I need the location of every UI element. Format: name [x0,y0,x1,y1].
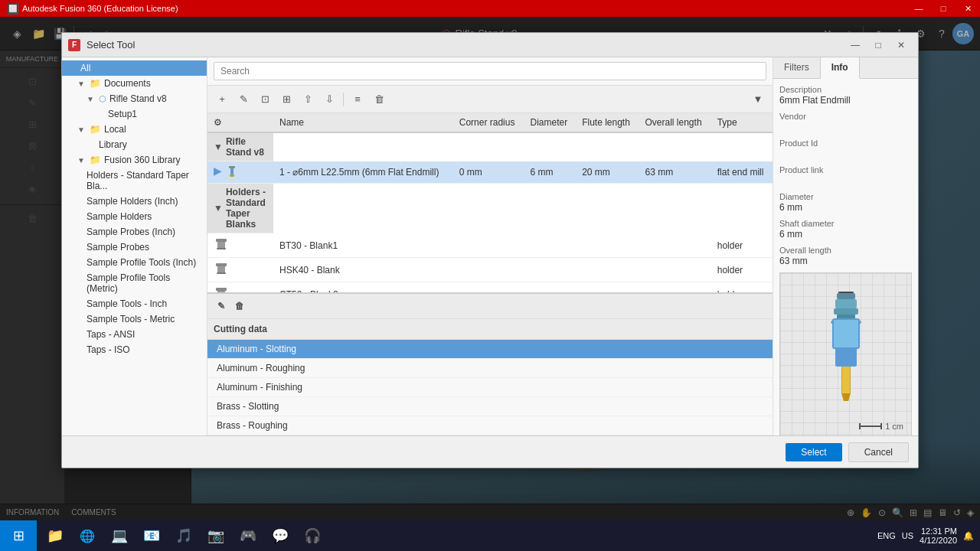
tree-item-library[interactable]: Library [80,137,207,152]
taskbar-app7[interactable]: 🎧 [297,520,328,551]
tree-group-local: ▼ 📁 Local Library [71,122,207,152]
dialog-title: Select Tool [87,39,838,51]
info-panel: Filters Info Description 6mm Flat Endmil… [773,57,918,435]
cutting-data-label: Cutting data [207,319,773,340]
dialog-close-btn[interactable]: ✕ [890,37,912,54]
tree-label-sample-probes: Sample Probes [87,242,149,253]
holder-type-ct50-2: holder [711,282,773,293]
app-name-label: Autodesk Fusion 360 (Education License) [22,4,178,13]
taskbar-app1[interactable]: 💻 [104,520,135,551]
expand-rifle-stand-btn[interactable]: ▼ [214,142,223,152]
dialog-minimize-btn[interactable]: — [844,37,866,54]
col-overall-length[interactable]: Overall length [639,113,711,132]
select-tool-dialog: F Select Tool — □ ✕ All ▼ 📁 [61,32,919,468]
export-tool-btn[interactable]: ⇧ [298,90,318,109]
copy-tool-btn[interactable]: ⊡ [255,90,275,109]
holder-row-ct50-2[interactable]: CT50 - Blank2 holder [207,282,773,293]
col-type[interactable]: Type [711,113,773,132]
title-maximize-btn[interactable]: □ [931,0,956,17]
filter-options-btn[interactable]: ▼ [748,90,768,109]
dialog-body: All ▼ 📁 Documents ▼ ⬡ Rifle Stand v8 [62,57,918,435]
tree-item-all[interactable]: All [62,60,207,76]
svg-rect-23 [835,299,857,308]
tree-item-riflestand[interactable]: ▼ ⬡ Rifle Stand v8 [80,91,207,106]
tree-item-sample-tools-inch[interactable]: Sample Tools - Inch [80,296,207,311]
taskbar-chrome[interactable]: 🌐 [72,520,103,551]
tree-item-documents[interactable]: ▼ 📁 Documents [71,76,207,91]
cutting-item-al-finishing[interactable]: Aluminum - Finishing [207,378,773,397]
dialog-maximize-btn[interactable]: □ [867,37,889,54]
holder-icon-hsk40 [207,258,273,282]
cutting-item-al-slotting[interactable]: Aluminum - Slotting [207,340,773,359]
tree-item-taps-iso[interactable]: Taps - ISO [80,342,207,357]
holder-row-hsk40[interactable]: HSK40 - Blank holder [207,258,773,282]
taskbar-app3[interactable]: 🎵 [168,520,199,551]
import-tool-btn[interactable]: ⇩ [319,90,339,109]
svg-rect-6 [216,263,227,266]
add-tool-btn[interactable]: + [212,90,232,109]
tool-preview: 1 cm [779,272,912,435]
tool-row-1-name: 1 - ⌀6mm L22.5mm (6mm Flat Endmill) [273,161,453,184]
taskbar-app5[interactable]: 🎮 [233,520,263,551]
tool-row-1[interactable]: ▶ 1 - ⌀6mm L22.5mm (6mm Flat Endmill) 0 … [207,161,773,184]
tab-info[interactable]: Info [821,57,860,79]
cancel-button[interactable]: Cancel [848,442,909,462]
tree-item-taps-ansi[interactable]: Taps - ANSI [80,327,207,342]
taskbar-app2[interactable]: 📧 [136,520,167,551]
taskbar-app4[interactable]: 📷 [201,520,231,551]
doc-icon-rifle: ⬡ [99,94,106,104]
info-tabs: Filters Info [773,57,918,79]
col-name[interactable]: Name [273,113,453,132]
toggle-rifle: ▼ [87,95,96,103]
tree-item-sample-probes[interactable]: Sample Probes [80,240,207,255]
dialog-controls: — □ ✕ [844,37,912,54]
edit-cutting-btn[interactable]: ✎ [214,298,229,314]
tab-filters[interactable]: Filters [773,57,821,78]
section-holders[interactable]: ▼ Holders - Standard Taper Blanks [207,184,773,234]
delete-cutting-btn[interactable]: 🗑 [232,298,247,314]
select-button[interactable]: Select [786,443,841,461]
col-corner-radius[interactable]: Corner radius [453,113,524,132]
product-link-label: Product link [779,165,912,174]
tree-item-local[interactable]: ▼ 📁 Local [71,122,207,137]
start-button[interactable]: ⊞ [0,520,37,551]
title-minimize-btn[interactable]: — [906,0,931,17]
description-label: Description [779,85,912,94]
col-settings[interactable]: ⚙ [207,113,273,132]
holder-row-bt30[interactable]: BT30 - Blank1 holder [207,233,773,258]
tree-label-sample-probes-inch: Sample Probes (Inch) [87,227,175,237]
tree-item-sample-tools-metric[interactable]: Sample Tools - Metric [80,311,207,327]
section-label-rifle-stand: Rifle Stand v8 [226,136,267,158]
title-bar-app-name: 🔲 Autodesk Fusion 360 (Education License… [0,2,906,15]
notification-btn[interactable]: 🔔 [963,531,974,541]
col-diameter[interactable]: Diameter [524,113,577,132]
dialog-footer: Select Cancel [62,435,918,468]
svg-rect-7 [217,266,225,272]
tree-item-sample-holders[interactable]: Sample Holders [80,209,207,224]
tree-item-setup1[interactable]: Setup1 [90,106,207,122]
cutting-item-brass-roughing[interactable]: Brass - Roughing [207,416,773,435]
tree-item-holders-std[interactable]: Holders - Standard Taper Bla... [80,168,207,194]
edit-tool-btn[interactable]: ✎ [234,90,253,109]
taskbar-language: ENG [877,531,896,540]
tool-row-1-settings[interactable]: ▶ [207,161,273,184]
title-close-btn[interactable]: ✕ [956,0,980,17]
tree-label-fusion360lib: Fusion 360 Library [104,155,180,165]
paste-tool-btn[interactable]: ⊞ [276,90,296,109]
tree-item-profile-tools-metric[interactable]: Sample Profile Tools (Metric) [80,270,207,296]
section-rifle-stand[interactable]: ▼ Rifle Stand v8 [207,132,773,161]
tree-item-profile-tools-inch[interactable]: Sample Profile Tools (Inch) [80,255,207,270]
list-view-btn[interactable]: ≡ [348,90,368,109]
cutting-item-al-roughing[interactable]: Aluminum - Roughing [207,359,773,378]
tree-item-fusion360lib[interactable]: ▼ 📁 Fusion 360 Library [71,152,207,168]
search-input[interactable] [214,62,766,80]
product-link-value [779,175,912,186]
col-flute-length[interactable]: Flute length [576,113,639,132]
cutting-item-brass-slotting[interactable]: Brass - Slotting [207,397,773,416]
tree-item-sample-probes-inch[interactable]: Sample Probes (Inch) [80,224,207,240]
tree-item-sample-holders-inch[interactable]: Sample Holders (Inch) [80,194,207,209]
delete-tool-btn[interactable]: 🗑 [369,90,389,109]
taskbar-explorer[interactable]: 📁 [40,520,70,551]
taskbar-app6[interactable]: 💬 [265,520,296,551]
expand-holders-btn[interactable]: ▼ [214,203,223,214]
